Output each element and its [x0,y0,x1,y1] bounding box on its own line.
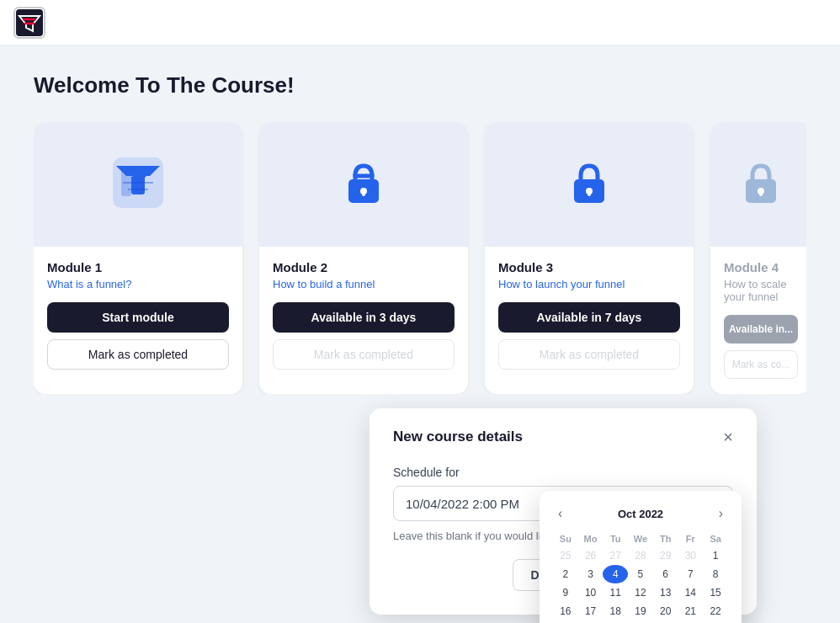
cal-cell[interactable]: 26 [578,546,603,565]
cal-cell[interactable]: 17 [578,602,603,620]
table-row: 2 3 4 5 6 7 8 [553,565,728,583]
module-4-primary-btn: Available in... [724,315,798,343]
module-3-icon-area [485,122,694,247]
lock-icon-4 [731,152,791,216]
table-row: 9 10 11 12 13 14 15 [553,583,728,602]
cal-cell[interactable]: 3 [578,565,603,583]
module-2-icon-area [259,122,468,247]
calendar-next-button[interactable]: › [714,504,728,523]
cal-cell[interactable]: 15 [703,583,728,602]
cal-day-fr: Fr [678,531,704,546]
funnel-icon [108,152,168,216]
cal-cell[interactable]: 8 [703,565,728,583]
module-1-title: Module 1 [47,260,229,274]
calendar-month-label: Oct 2022 [618,508,663,520]
cal-cell[interactable]: 16 [553,602,578,620]
module-2-secondary-btn: Mark as completed [273,339,455,370]
cal-cell[interactable]: 27 [603,546,628,565]
cal-cell[interactable]: 22 [703,602,728,620]
schedule-label: Schedule for [393,466,733,479]
cal-cell[interactable]: 14 [678,583,704,602]
modal-header: New course details × [393,429,733,445]
calendar-header: ‹ Oct 2022 › [553,504,728,523]
module-1-icon-area [34,122,242,247]
cal-cell[interactable]: 1 [703,546,728,565]
modal-close-button[interactable]: × [723,429,733,445]
top-bar [0,0,840,45]
cal-cell[interactable]: 21 [678,602,704,620]
cal-cell[interactable]: 11 [603,583,628,602]
cal-cell[interactable]: 12 [628,583,653,602]
cal-cell-selected[interactable]: 4 [603,565,628,583]
cal-day-mo: Mo [578,531,603,546]
module-3-body: Module 3 How to launch your funnel Avail… [485,247,694,385]
cal-cell[interactable]: 25 [553,546,578,565]
module-1-secondary-btn[interactable]: Mark as completed [47,339,229,370]
modal-title: New course details [393,429,523,445]
module-4-secondary-btn: Mark as co... [724,350,798,379]
cal-cell[interactable]: 10 [578,583,603,602]
cal-cell[interactable]: 28 [628,546,653,565]
main-content: Welcome To The Course! [0,45,840,623]
module-card-3: Module 3 How to launch your funnel Avail… [485,122,694,394]
module-4-title: Module 4 [724,260,798,274]
module-4-body: Module 4 How to scale your funnel Availa… [710,247,806,394]
module-card-1: Module 1 What is a funnel? Start module … [34,122,242,394]
cal-cell[interactable]: 20 [653,602,678,620]
module-card-2: Module 2 How to build a funnel Available… [259,122,468,394]
cal-cell[interactable]: 29 [653,546,678,565]
table-row: 16 17 18 19 20 21 22 [553,602,728,620]
modules-row: Module 1 What is a funnel? Start module … [34,122,806,394]
module-2-primary-btn[interactable]: Available in 3 days [273,302,455,333]
module-3-secondary-btn: Mark as completed [498,339,680,370]
cal-cell[interactable]: 13 [653,583,678,602]
module-1-body: Module 1 What is a funnel? Start module … [34,247,242,385]
table-row: 25 26 27 28 29 30 1 [553,546,728,565]
cal-cell[interactable]: 9 [553,583,578,602]
module-2-title: Module 2 [273,260,455,274]
cal-cell[interactable]: 19 [628,602,653,620]
cal-cell[interactable]: 18 [603,602,628,620]
cal-day-we: We [628,531,653,546]
cal-cell[interactable]: 6 [653,565,678,583]
lock-icon-2 [333,152,394,216]
module-2-body: Module 2 How to build a funnel Available… [259,247,468,385]
svg-rect-23 [759,191,763,196]
calendar-prev-button[interactable]: ‹ [553,504,567,523]
page-title: Welcome To The Course! [34,72,806,99]
cal-cell[interactable]: 5 [628,565,653,583]
modal-form: Schedule for 🗑 Leave this blank if you w… [393,466,733,591]
module-1-primary-btn[interactable]: Start module [47,302,229,333]
module-3-primary-btn[interactable]: Available in 7 days [498,302,680,333]
svg-rect-20 [587,191,591,196]
calendar-grid: Su Mo Tu We Th Fr Sa 25 26 [553,531,728,623]
module-3-title: Module 3 [498,260,680,274]
module-1-subtitle: What is a funnel? [47,278,229,290]
module-2-subtitle: How to build a funnel [273,278,455,290]
cal-cell[interactable]: 30 [678,546,704,565]
module-3-subtitle: How to launch your funnel [498,278,680,290]
cal-day-sa: Sa [703,531,728,546]
cal-day-su: Su [553,531,578,546]
module-card-4: Module 4 How to scale your funnel Availa… [710,122,806,394]
cal-day-th: Th [653,531,678,546]
lock-icon-3 [559,152,619,216]
module-4-icon-area [710,122,806,247]
logo [13,7,45,39]
module-4-subtitle: How to scale your funnel [724,278,798,303]
cal-cell[interactable]: 7 [678,565,704,583]
calendar-popup: ‹ Oct 2022 › Su Mo Tu We Th Fr Sa [540,491,742,623]
cal-cell[interactable]: 2 [553,565,578,583]
cal-day-tu: Tu [603,531,628,546]
modal-container: New course details × Schedule for 🗑 Leav… [369,408,757,615]
svg-rect-17 [362,191,365,196]
svg-rect-11 [131,176,145,194]
